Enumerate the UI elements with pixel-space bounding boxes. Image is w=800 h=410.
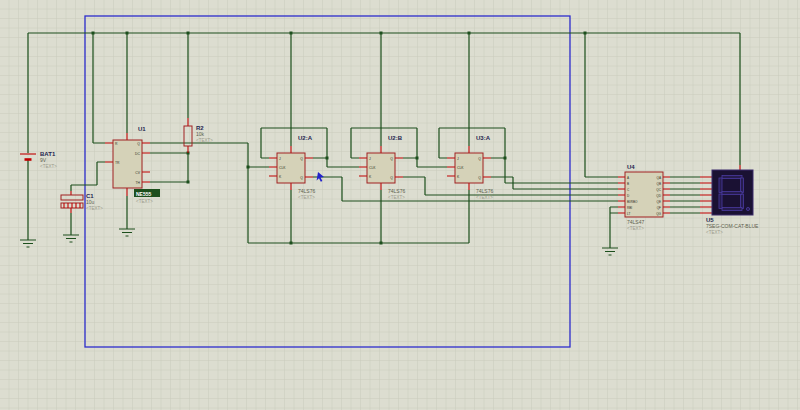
u4-pin-qg-label: QG	[656, 212, 661, 216]
u4-pin-qf-label: QF	[657, 206, 661, 210]
u4-pin-rbi-label: RBI	[627, 206, 632, 210]
u2a-ref-label: U2:A	[298, 135, 313, 141]
u2a-type-label: 74LS76	[298, 188, 315, 194]
r2-value-label: 10k	[196, 131, 205, 137]
u3a-pin-clk-label: CLK	[457, 166, 464, 170]
u1-pin-dc-label: DC	[135, 152, 140, 156]
segment-f	[719, 178, 722, 193]
u2a-pin-j-label: J	[279, 157, 281, 161]
decoder-display-wires[interactable]	[670, 177, 700, 213]
segment-e	[719, 194, 722, 209]
u4-pin-qb-label: QB	[657, 182, 661, 186]
display-type-label: 7SEG-COM-CAT-BLUE	[706, 223, 759, 229]
u1-pin-cv-label: CV	[135, 171, 140, 175]
u4-pin-b-label: B	[627, 182, 629, 186]
u2b-text-placeholder: <TEXT>	[388, 195, 405, 200]
schematic-canvas[interactable]: BAT1 9V <TEXT> C1 10u <TEXT> R2 10k <TEX…	[0, 0, 800, 410]
u1-type-label: NE555	[136, 191, 152, 197]
u4-type-label: 74LS47	[627, 219, 644, 225]
segment-a	[722, 176, 742, 179]
u2b-type-label: 74LS76	[388, 188, 405, 194]
u2b-pin-j-label: J	[369, 157, 371, 161]
u2b-pin-qb-label: Q	[390, 176, 393, 180]
u1-pin-th-label: TH	[135, 181, 140, 185]
u2b-pin-clk-label: CLK	[369, 166, 376, 170]
bat1-value-label: 9V	[40, 157, 47, 163]
u3a-text-placeholder: <TEXT>	[476, 195, 493, 200]
u2b-ref-label: U2:B	[388, 135, 403, 141]
grid	[0, 0, 800, 410]
u3a-ref-label: U3:A	[476, 135, 491, 141]
u2a-pin-q-label: Q	[300, 157, 303, 161]
c1-text-placeholder: <TEXT>	[86, 206, 103, 211]
u1-ref-label: U1	[138, 126, 146, 132]
seven-segment-display[interactable]: U5 7SEG-COM-CAT-BLUE <TEXT>	[706, 170, 759, 235]
segment-g	[722, 192, 742, 195]
u3a-pin-qb-label: Q	[478, 176, 481, 180]
u3a-type-label: 74LS76	[476, 188, 493, 194]
u2a-pin-clk-label: CLK	[279, 166, 286, 170]
u3a-pin-q-label: Q	[478, 157, 481, 161]
u3a-pin-j-label: J	[457, 157, 459, 161]
u4-text-placeholder: <TEXT>	[627, 226, 644, 231]
u1-text-placeholder: <TEXT>	[136, 199, 153, 204]
u4-pin-qe-label: QE	[657, 200, 661, 204]
u4-ref-label: U4	[627, 164, 635, 170]
u4-pin-lt-label: LT	[627, 212, 630, 216]
bat1-text-placeholder: <TEXT>	[40, 164, 57, 169]
u2b-pin-q-label: Q	[390, 157, 393, 161]
u4-pin-bi-label: BI/RBO	[627, 200, 638, 204]
u4-pin-qd-label: QD	[656, 194, 661, 198]
u1-pin-tr-label: TR	[115, 161, 120, 165]
r2-text-placeholder: <TEXT>	[196, 138, 213, 143]
u2a-pin-qb-label: Q	[300, 176, 303, 180]
segment-d	[722, 208, 742, 211]
u4-pin-qc-label: QC	[656, 188, 661, 192]
schematic-svg: BAT1 9V <TEXT> C1 10u <TEXT> R2 10k <TEX…	[0, 0, 800, 410]
display-text-placeholder: <TEXT>	[706, 230, 723, 235]
segment-dp	[746, 207, 749, 210]
segment-b	[741, 178, 744, 193]
c1-value-label: 10u	[86, 199, 95, 205]
segment-c	[741, 194, 744, 209]
u2a-text-placeholder: <TEXT>	[298, 195, 315, 200]
u1-pin-q-label: Q	[137, 142, 140, 146]
